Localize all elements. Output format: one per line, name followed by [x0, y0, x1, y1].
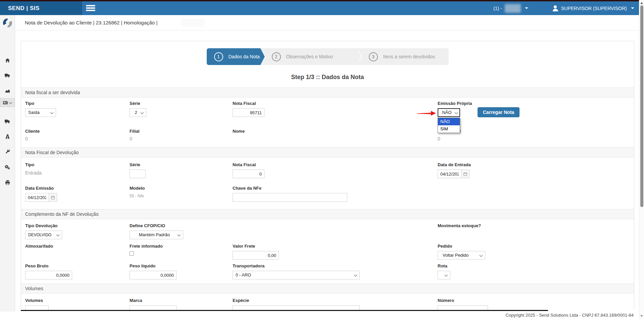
- filial-value: 0: [130, 136, 233, 141]
- scrollbar-up-arrow-icon[interactable]: [640, 2, 643, 4]
- field-peso-bruto: Peso Bruto: [25, 263, 130, 283]
- scrollbar-down-arrow-icon[interactable]: [640, 315, 643, 317]
- field-label: Transportadora: [233, 263, 438, 269]
- content-cutoff-line: [21, 310, 548, 311]
- serie-input[interactable]: [130, 170, 146, 178]
- context-dropdown[interactable]: (1) -: [493, 4, 528, 13]
- sidebar-item-relatorios[interactable]: [0, 83, 15, 98]
- valor-frete-input[interactable]: [233, 251, 279, 260]
- field-label: Almoxarifado: [25, 244, 130, 249]
- field-nota-fiscal-nf: Nota Fiscal: [233, 162, 438, 182]
- sidebar-item-transporte[interactable]: [0, 114, 15, 129]
- field-label: Pedido: [438, 244, 634, 249]
- field-label: Data de Entrada: [438, 162, 634, 168]
- user-menu[interactable]: SUPERVISOR (SUPERVISOR): [552, 5, 634, 11]
- truck-icon: [5, 73, 10, 78]
- field-label: Rota: [438, 263, 634, 269]
- cnpj-value: 0: [438, 136, 634, 141]
- footer-bar: Copyright 2025 - Send Solutions Ltda - C…: [0, 312, 639, 319]
- sidebar-item-rotas[interactable]: [0, 129, 15, 144]
- header-right-cluster: (1) - SUPERVISOR (SUPERVISOR): [493, 1, 634, 15]
- context-label: (1) -: [493, 6, 502, 11]
- home-icon: [5, 58, 10, 63]
- sidebar-item-impressao[interactable]: [0, 175, 15, 190]
- data-emissao-input[interactable]: [25, 193, 49, 202]
- tab-observacoes-e-motivo[interactable]: 2 Observações e Motivo: [260, 48, 357, 65]
- field-movimenta-estoque: Movimenta estoque?: [438, 223, 634, 243]
- emissao-propria-select[interactable]: NÃO: [438, 108, 460, 117]
- frete-informado-checkbox[interactable]: [130, 251, 134, 256]
- tipo-devolucao-select[interactable]: DEVOLVIDO: [25, 231, 62, 239]
- field-volumes: Volumes: [25, 298, 130, 310]
- vertical-scrollbar[interactable]: [639, 0, 644, 319]
- step-number: 1: [214, 52, 223, 61]
- sidebar-item-notas[interactable]: [0, 98, 15, 107]
- copyright-text: Copyright 2025 - Send Solutions Ltda - C…: [505, 312, 634, 319]
- tab-itens-a-serem-devolvidos[interactable]: 3 Itens a serem devolvidos: [357, 48, 449, 65]
- brand-block: SEND | SIS: [0, 1, 82, 15]
- data-entrada-input[interactable]: [438, 170, 461, 178]
- field-label: CNPJ: [438, 129, 634, 134]
- sidebar-item-ferramentas[interactable]: [0, 144, 15, 159]
- field-label: Tipo: [25, 101, 130, 106]
- nota-fiscal-devolucao-input[interactable]: [233, 170, 264, 178]
- option-nao[interactable]: NÃO: [438, 118, 460, 125]
- tipo-select[interactable]: Saída: [25, 108, 56, 117]
- especie-input[interactable]: [233, 305, 360, 310]
- calendar-icon[interactable]: [461, 170, 469, 178]
- field-label: Peso líquido: [130, 263, 233, 269]
- sidebar-item-home[interactable]: [0, 53, 15, 68]
- field-label: Nota Fiscal: [233, 162, 438, 168]
- option-sim[interactable]: SIM: [438, 125, 460, 133]
- field-cnpj: CNPJ 0: [438, 129, 634, 147]
- field-serie: Série 2: [130, 101, 233, 124]
- field-label: Valor Frete: [233, 244, 438, 249]
- tipo-value: Entrada: [25, 170, 130, 176]
- breadcrumb-bar: Nota de Devolução ao Cliente | 23.126862…: [15, 15, 639, 30]
- field-data-emissao: Data Emissão: [25, 186, 130, 209]
- field-serie-nf: Série: [130, 162, 233, 182]
- annotation-arrow-icon: [417, 110, 436, 116]
- scrollbar-thumb[interactable]: [640, 5, 643, 207]
- field-label: Filial: [130, 129, 233, 134]
- define-cfop-select[interactable]: Mantém Padrão: [130, 231, 183, 239]
- menu-hamburger-icon[interactable]: [86, 4, 97, 12]
- area-chart-icon: [5, 88, 10, 93]
- serie-select[interactable]: 2: [130, 108, 146, 117]
- field-emissao-propria: Emissão Própria NÃO NÃO SIM Carregar Not…: [438, 101, 634, 124]
- sidebar-item-expedicao[interactable]: [0, 68, 15, 83]
- field-label: Modelo: [130, 186, 233, 191]
- field-label: Tipo Devolução: [25, 223, 130, 229]
- redacted-context-value: [505, 4, 521, 13]
- peso-liquido-input[interactable]: [130, 271, 177, 279]
- user-name: SUPERVISOR (SUPERVISOR): [561, 6, 627, 11]
- numero-input[interactable]: [438, 305, 488, 310]
- calendar-icon[interactable]: [49, 193, 57, 202]
- field-numero: Número: [438, 298, 634, 310]
- carregar-nota-button[interactable]: Carregar Nota: [478, 107, 519, 117]
- road-icon: [5, 134, 10, 139]
- step-label: Itens a serem devolvidos: [383, 54, 435, 59]
- nota-fiscal-input[interactable]: [233, 108, 264, 117]
- field-label: Nome: [233, 129, 438, 134]
- sidebar: [0, 15, 15, 319]
- pedido-select[interactable]: Voltar Pedido: [438, 251, 485, 260]
- rota-select[interactable]: [438, 271, 450, 279]
- section-title-nota-fiscal-de-devolucao: Nota Fiscal de Devolução: [21, 147, 634, 157]
- field-label: Cliente: [25, 129, 130, 134]
- field-chave-nfe: Chave da NFe: [233, 186, 438, 209]
- field-rota: Rota: [438, 263, 634, 283]
- marca-input[interactable]: [130, 305, 177, 310]
- section-title-volumes: Volumes: [21, 283, 634, 294]
- field-label: Espécie: [233, 298, 438, 303]
- field-cliente: Cliente 0: [25, 129, 130, 147]
- chave-nfe-input[interactable]: [233, 193, 347, 202]
- field-nome: Nome: [233, 129, 438, 147]
- peso-bruto-input[interactable]: [25, 271, 72, 279]
- transportadora-select[interactable]: 0 - ARO: [233, 271, 360, 279]
- wizard-steps: 1 Dados da Nota 2 Observações e Motivo 3…: [207, 48, 449, 65]
- top-navbar: SEND | SIS (1) - SUPERVISOR (SUPERVISOR): [0, 1, 639, 15]
- sidebar-item-configuracoes[interactable]: [0, 160, 15, 174]
- volumes-input[interactable]: [25, 305, 49, 310]
- tab-dados-da-nota[interactable]: 1 Dados da Nota: [207, 48, 260, 65]
